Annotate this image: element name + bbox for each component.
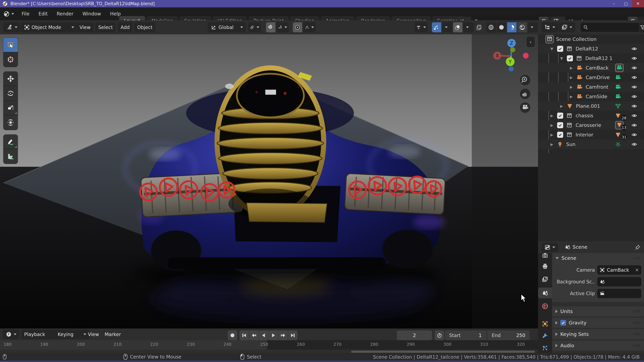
panel-gravity[interactable]: Gravity	[552, 318, 644, 328]
snap-toggle[interactable]	[266, 22, 276, 32]
outliner-row-camside[interactable]: ▶CamSide	[538, 92, 644, 101]
expand-caret[interactable]: ▼	[560, 56, 563, 60]
3d-viewport[interactable]: Z X Y ‹	[0, 34, 538, 329]
expand-caret[interactable]: ▶	[550, 133, 553, 137]
key-prev-button[interactable]	[249, 331, 258, 340]
expand-caret[interactable]: ▶	[570, 66, 573, 70]
mesh-data-icon[interactable]	[615, 103, 621, 109]
record-button[interactable]	[228, 331, 237, 340]
timeline-scrollbar[interactable]	[351, 351, 535, 353]
navigation-gizmo[interactable]: Z X Y	[490, 38, 538, 115]
properties-tab-output[interactable]	[538, 261, 552, 272]
outliner-row-deltar12-1[interactable]: ▼DeltaR12 1	[538, 53, 644, 63]
tool-annotate[interactable]	[3, 135, 18, 149]
properties-tab-view-layer[interactable]	[538, 274, 552, 285]
close-button[interactable]: ✕	[632, 0, 644, 7]
menu-file[interactable]: File	[17, 9, 34, 18]
camera-icon[interactable]	[615, 84, 621, 90]
outliner-row-camfront[interactable]: ▶Camfront	[538, 82, 644, 92]
properties-tab-modifiers[interactable]	[538, 330, 552, 341]
zoom-button[interactable]	[520, 75, 530, 85]
scene-panel-header[interactable]: Scene	[552, 253, 644, 263]
viewport-editor-type-button[interactable]	[3, 22, 20, 32]
panel-grip[interactable]	[633, 320, 641, 326]
eye-icon[interactable]	[631, 132, 637, 138]
pan-button[interactable]	[520, 89, 530, 99]
viewport-menu-add[interactable]: Add	[118, 22, 133, 32]
expand-caret[interactable]: ▶	[550, 123, 553, 127]
eye-icon[interactable]	[631, 84, 637, 90]
panel-header-audio[interactable]: Audio	[552, 341, 644, 351]
shading-solid-button[interactable]	[497, 22, 506, 32]
outliner-editor-type-button[interactable]	[541, 22, 558, 32]
collection-checkbox[interactable]	[557, 46, 563, 52]
frame-end-field[interactable]: End 250	[487, 331, 530, 340]
outliner-row-carosserie[interactable]: ▶Carosserie13	[538, 120, 644, 130]
tool-rotate[interactable]	[3, 86, 18, 101]
expand-caret[interactable]: ▼	[550, 46, 553, 51]
collection-checkbox[interactable]	[557, 113, 563, 119]
current-frame-field[interactable]: 2	[397, 331, 432, 340]
panel-grip[interactable]	[633, 331, 641, 337]
expand-caret[interactable]: ▶	[550, 113, 553, 118]
collection-checkbox[interactable]	[567, 55, 573, 61]
key-next-button[interactable]	[278, 331, 288, 340]
maximize-button[interactable]: ▢	[620, 0, 632, 7]
timeline-menu-marker[interactable]: Marker	[102, 330, 130, 339]
mode-dropdown[interactable]: Object Mode	[21, 22, 77, 32]
menu-render[interactable]: Render	[52, 9, 78, 18]
outliner-display-mode-dropdown[interactable]	[558, 22, 575, 32]
xray-toggle[interactable]	[474, 22, 485, 32]
tool-measure[interactable]	[3, 149, 18, 164]
outliner-row-deltar12[interactable]: ▼DeltaR12	[538, 44, 644, 53]
jump-first-button[interactable]	[240, 331, 249, 340]
properties-tab-object[interactable]	[538, 319, 552, 329]
tool-scale[interactable]	[3, 101, 18, 115]
outliner-row-scene-collection[interactable]: Scene Collection	[538, 34, 644, 44]
shading-dropdown[interactable]	[528, 22, 538, 32]
gizmos-dropdown[interactable]	[442, 22, 453, 32]
expand-caret[interactable]: ▶	[560, 104, 563, 108]
expand-caret[interactable]: ▶	[570, 94, 573, 98]
properties-editor-type-button[interactable]	[541, 243, 558, 252]
properties-tab-world[interactable]	[538, 301, 552, 312]
property-field-camera[interactable]: CamBack✕	[597, 265, 641, 275]
outliner-filter-button[interactable]	[639, 22, 644, 32]
eye-icon[interactable]	[631, 113, 637, 119]
eye-icon[interactable]	[631, 65, 637, 71]
outliner-row-chassis[interactable]: ▶chassis28	[538, 111, 644, 120]
play-button[interactable]	[269, 331, 278, 340]
sidebar-collapse-button[interactable]: ‹	[526, 37, 535, 47]
panel-grip[interactable]	[633, 343, 641, 349]
snap-settings-dropdown[interactable]	[276, 22, 289, 32]
properties-tab-physics[interactable]	[538, 343, 552, 353]
camera-icon[interactable]	[615, 64, 624, 72]
timeline-editor-type-button[interactable]	[3, 330, 20, 339]
camera-view-button[interactable]	[520, 102, 530, 113]
selectability-visibility-dropdown[interactable]	[414, 22, 428, 32]
camera-icon[interactable]	[615, 75, 621, 80]
clear-icon[interactable]: ✕	[635, 267, 639, 273]
outliner-row-sun[interactable]: ▶Sun	[538, 139, 644, 149]
overlays-dropdown[interactable]	[464, 22, 474, 32]
panel-header-gravity[interactable]: Gravity	[552, 318, 644, 328]
outliner-row-interior[interactable]: ▶Interior31	[538, 130, 644, 139]
tool-move[interactable]	[3, 71, 18, 86]
menu-window[interactable]: Window	[78, 9, 106, 18]
viewport-menu-object[interactable]: Object	[134, 22, 156, 32]
mesh-icon[interactable]	[615, 132, 621, 138]
panel-audio[interactable]: Audio	[552, 341, 644, 351]
mesh-icon[interactable]	[615, 113, 621, 118]
proportional-falloff-dropdown[interactable]	[303, 22, 316, 32]
transform-orientation-dropdown[interactable]: Global	[208, 22, 246, 32]
eye-icon[interactable]	[631, 93, 637, 99]
eye-icon[interactable]	[631, 55, 637, 61]
eye-icon[interactable]	[631, 141, 637, 147]
property-field-active-clip[interactable]	[597, 289, 641, 298]
outliner-search-input[interactable]	[580, 23, 641, 32]
frame-start-field[interactable]: Start 1	[445, 331, 487, 340]
property-field-background-sc-[interactable]	[597, 277, 641, 286]
tool-select-box[interactable]	[3, 38, 18, 52]
tool-cursor[interactable]	[3, 52, 18, 67]
shading-wireframe-button[interactable]	[486, 22, 496, 32]
